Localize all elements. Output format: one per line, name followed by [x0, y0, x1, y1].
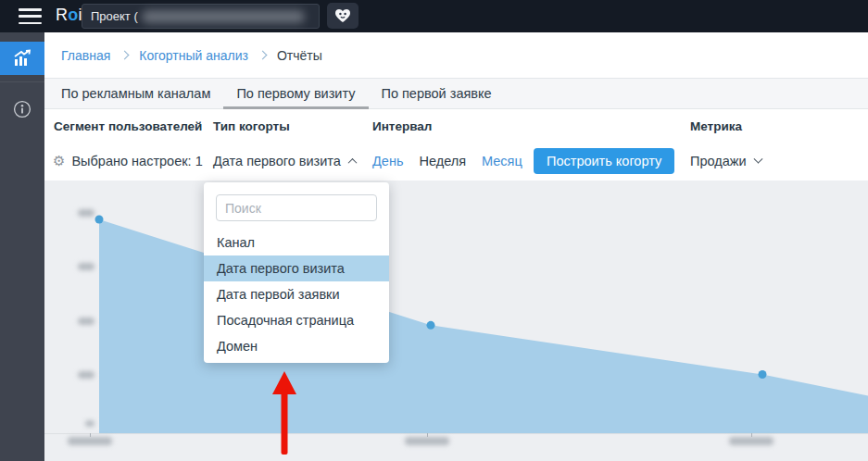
interval-switcher: День Неделя Месяц	[372, 148, 522, 174]
health-button[interactable]	[327, 3, 359, 29]
cohort-type-dropdown: Канал Дата первого визита Дата первой за…	[204, 182, 389, 363]
metric-label: Метрика	[690, 119, 742, 133]
main-content: Главная Когортный анализ Отчёты По рекла…	[44, 32, 868, 461]
project-selector[interactable]: Проект (	[82, 4, 320, 29]
breadcrumb-current: Отчёты	[277, 48, 322, 63]
annotation-arrow-up-icon	[269, 370, 300, 458]
breadcrumb-cohort-analysis[interactable]: Когортный анализ	[139, 48, 248, 63]
y-tick-label-blurred	[78, 371, 94, 379]
dropdown-option-first-lead-date[interactable]: Дата первой заявки	[204, 281, 389, 307]
x-tick-label-blurred	[729, 437, 774, 445]
cohort-type-value: Дата первого визита	[213, 154, 341, 168]
chevron-down-icon	[753, 154, 762, 163]
y-tick-label-blurred	[78, 209, 94, 217]
data-point[interactable]	[427, 321, 435, 330]
tab-by-first-visit[interactable]: По первому визиту	[223, 79, 368, 108]
chevron-up-icon	[347, 157, 357, 167]
info-icon	[13, 100, 31, 118]
breadcrumb-home[interactable]: Главная	[61, 48, 110, 63]
dropdown-search-input[interactable]	[216, 194, 377, 221]
hamburger-menu-icon[interactable]	[19, 8, 42, 24]
dropdown-option-domain[interactable]: Домен	[204, 333, 389, 359]
interval-option-week[interactable]: Неделя	[419, 154, 466, 168]
dropdown-option-channel[interactable]: Канал	[204, 230, 389, 255]
y-tick-label-blurred	[78, 318, 94, 325]
cohort-type-label: Тип когорты	[213, 119, 290, 133]
tab-by-ad-channels[interactable]: По рекламным каналам	[48, 79, 223, 108]
bar-chart-icon	[12, 49, 32, 68]
chevron-right-icon	[258, 51, 267, 60]
data-point[interactable]	[95, 216, 104, 224]
data-point[interactable]	[759, 370, 767, 379]
project-name-blurred	[142, 10, 305, 23]
y-tick-label-blurred	[85, 420, 94, 427]
x-tick-label-blurred	[405, 437, 449, 445]
dropdown-option-first-visit-date[interactable]: Дата первого визита	[204, 255, 389, 281]
tab-by-first-lead[interactable]: По первой заявке	[369, 79, 505, 108]
y-tick-label-blurred	[78, 263, 94, 270]
project-name-label: Проект (	[91, 9, 138, 23]
segment-settings-label: Выбрано настроек: 1	[71, 154, 202, 168]
report-tabs: По рекламным каналам По первому визиту П…	[44, 78, 868, 109]
sidebar	[0, 32, 44, 461]
sidebar-item-analytics[interactable]	[0, 42, 44, 75]
heart-icon	[334, 8, 351, 23]
chevron-right-icon	[120, 51, 130, 60]
segment-settings[interactable]: ⚙ Выбрано настроек: 1	[53, 148, 203, 174]
breadcrumb: Главная Когортный анализ Отчёты	[44, 32, 868, 78]
interval-label: Интервал	[372, 119, 432, 133]
x-tick-label-blurred	[68, 437, 112, 445]
dropdown-option-landing-page[interactable]: Посадочная страница	[204, 307, 389, 333]
cohort-chart-panel	[44, 181, 868, 461]
interval-option-month[interactable]: Месяц	[482, 154, 522, 168]
interval-option-day[interactable]: День	[372, 154, 403, 168]
build-cohort-button[interactable]: Построить когорту	[534, 148, 674, 174]
sidebar-item-info[interactable]	[0, 82, 44, 136]
topbar: Roistat Проект (	[0, 0, 868, 32]
gear-icon: ⚙	[53, 153, 65, 169]
chart-baseline	[44, 433, 868, 434]
cohort-chart	[44, 181, 868, 461]
metric-value: Продажи	[690, 154, 747, 168]
segment-label: Сегмент пользователей	[54, 119, 202, 133]
metric-select[interactable]: Продажи	[690, 148, 761, 174]
cohort-type-select[interactable]: Дата первого визита	[213, 148, 356, 174]
